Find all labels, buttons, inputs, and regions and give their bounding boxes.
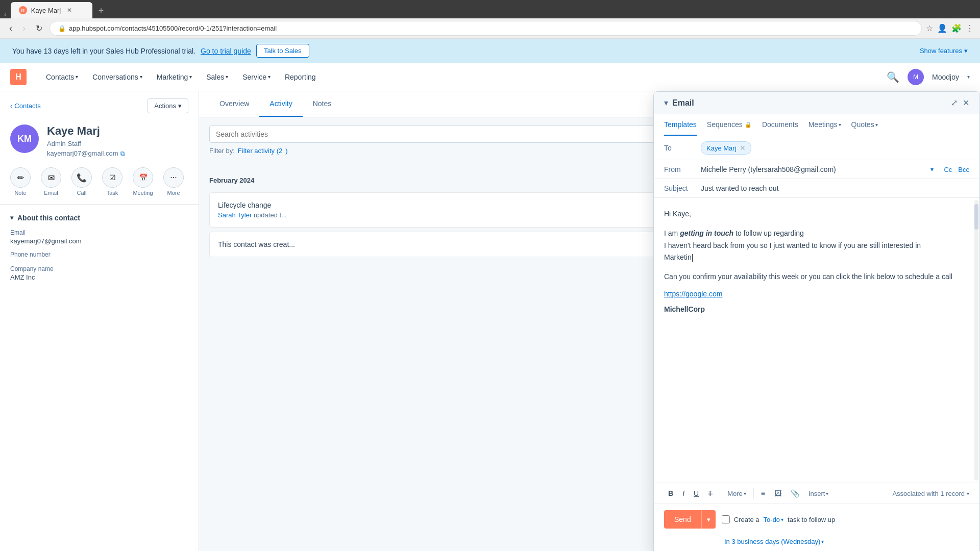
from-edit-arrow-icon[interactable]: ▾ xyxy=(930,166,934,173)
profile-icon[interactable]: 👤 xyxy=(937,23,947,33)
back-to-contacts-button[interactable]: ‹ Contacts xyxy=(10,102,41,110)
tab-documents[interactable]: Documents xyxy=(762,114,798,136)
trial-bar: You have 13 days left in your Sales Hub … xyxy=(0,39,980,63)
email-greeting: Hi Kaye, xyxy=(664,208,969,220)
tab-title: Kaye Marj xyxy=(31,7,61,14)
tab-quotes[interactable]: Quotes ▾ xyxy=(851,114,878,136)
toolbar-more-arrow-icon: ▾ xyxy=(744,491,746,496)
to-recipient-chip[interactable]: Kaye Marj ✕ xyxy=(701,141,751,155)
toolbar-italic-button[interactable]: I xyxy=(678,487,689,499)
subject-value[interactable]: Just wanted to reach out xyxy=(701,184,969,192)
property-company-row: Company name AMZ Inc xyxy=(10,262,188,284)
tab-activity[interactable]: Activity xyxy=(259,91,302,117)
user-avatar[interactable]: M xyxy=(908,69,924,85)
reload-button[interactable]: ↻ xyxy=(33,22,45,34)
tab-templates[interactable]: Templates xyxy=(664,114,697,136)
bcc-button[interactable]: Bcc xyxy=(958,166,969,173)
global-search-button[interactable]: 🔍 xyxy=(887,71,899,83)
toolbar-more-button[interactable]: More ▾ xyxy=(723,488,750,499)
property-phone-label: Phone number xyxy=(10,251,188,258)
email-action[interactable]: ✉ Email xyxy=(41,167,61,196)
cc-button[interactable]: Cc xyxy=(944,166,952,173)
new-tab-button[interactable]: + xyxy=(94,4,108,18)
nav-item-marketing[interactable]: Marketing▾ xyxy=(150,63,199,91)
tab-overview[interactable]: Overview xyxy=(209,91,259,117)
back-label: Contacts xyxy=(14,102,40,110)
back-button[interactable]: ‹ xyxy=(6,22,15,35)
actions-button[interactable]: Actions ▾ xyxy=(148,98,188,113)
sales-arrow-icon: ▾ xyxy=(226,74,228,80)
user-name[interactable]: Moodjoy xyxy=(932,73,959,81)
tab-close-icon[interactable]: ✕ xyxy=(67,7,72,14)
copy-email-icon[interactable]: ⧉ xyxy=(120,150,125,157)
meetings-arrow-icon: ▾ xyxy=(839,122,841,128)
toolbar-attach-button[interactable]: 📎 xyxy=(787,487,803,499)
hubspot-logo[interactable]: H xyxy=(10,69,27,85)
tab-meetings[interactable]: Meetings ▾ xyxy=(808,114,841,136)
property-email-label: Email xyxy=(10,229,188,236)
toolbar-underline-button[interactable]: U xyxy=(690,487,703,499)
associated-with-button[interactable]: Associated with 1 record ▾ xyxy=(892,490,969,497)
email-expand-button[interactable]: ⤢ xyxy=(951,98,958,108)
toolbar-strikethrough-button[interactable]: T̶ xyxy=(704,487,717,499)
subject-label: Subject xyxy=(664,184,695,192)
cursor-indicator xyxy=(692,254,693,262)
browser-tab[interactable]: H Kaye Marj ✕ xyxy=(11,2,92,18)
filter-activity-link[interactable]: Filter activity (2 xyxy=(238,147,282,155)
toolbar-insert-button[interactable]: Insert ▾ xyxy=(804,488,833,499)
templates-tab-label: Templates xyxy=(664,120,697,129)
todo-date-row: In 3 business days (Wednesday) ▾ xyxy=(654,535,979,551)
todo-date-arrow-icon: ▾ xyxy=(821,539,824,544)
meeting-action[interactable]: 📅 Meeting xyxy=(133,167,153,196)
to-field: To Kaye Marj ✕ xyxy=(654,136,979,160)
email-body[interactable]: Hi Kaye, I am getting in touch to follow… xyxy=(654,198,979,483)
todo-date-button[interactable]: In 3 business days (Wednesday) ▾ xyxy=(724,538,824,545)
nav-item-contacts[interactable]: Contacts▾ xyxy=(39,63,85,91)
talk-to-sales-button[interactable]: Talk to Sales xyxy=(256,44,309,58)
todo-prefix: Create a xyxy=(734,516,760,523)
user-menu-arrow-icon[interactable]: ▾ xyxy=(967,74,970,80)
bookmark-icon[interactable]: ☆ xyxy=(926,23,933,33)
todo-type-button[interactable]: To-do ▾ xyxy=(764,516,784,523)
sarah-tyler-link[interactable]: Sarah Tyler xyxy=(218,211,252,219)
to-remove-icon[interactable]: ✕ xyxy=(740,144,746,152)
about-section-header[interactable]: ▾ About this contact xyxy=(10,214,188,222)
email-collapse-icon[interactable]: ▾ xyxy=(664,98,668,108)
send-dropdown-button[interactable]: ▾ xyxy=(701,510,716,529)
show-features-button[interactable]: Show features ▾ xyxy=(920,47,968,55)
extensions-icon[interactable]: 🧩 xyxy=(951,23,962,33)
nav-item-service[interactable]: Service▾ xyxy=(235,63,278,91)
note-action[interactable]: ✏ Note xyxy=(10,167,31,196)
toolbar-bold-button[interactable]: B xyxy=(664,487,677,499)
main-nav: Contacts▾ Conversations▾ Marketing▾ Sale… xyxy=(39,63,323,91)
email-close-button[interactable]: ✕ xyxy=(963,98,969,108)
trial-guide-link[interactable]: Go to trial guide xyxy=(201,47,251,55)
nav-item-sales[interactable]: Sales▾ xyxy=(199,63,235,91)
email-scroll-bar[interactable] xyxy=(974,200,978,481)
send-button[interactable]: Send xyxy=(664,510,701,529)
body-line3: Marketin xyxy=(664,253,692,261)
nav-item-reporting[interactable]: Reporting xyxy=(278,63,323,91)
call-action[interactable]: 📞 Call xyxy=(71,167,92,196)
filter-by-label: Filter by: xyxy=(209,147,235,155)
task-action[interactable]: ☑ Task xyxy=(102,167,122,196)
todo-checkbox[interactable] xyxy=(722,515,730,523)
marketing-arrow-icon: ▾ xyxy=(189,74,192,80)
email-icon: ✉ xyxy=(48,173,55,183)
email-body-link[interactable]: https://google.com xyxy=(664,288,969,300)
note-icon: ✏ xyxy=(17,173,24,183)
tab-notes[interactable]: Notes xyxy=(303,91,342,117)
address-bar[interactable]: 🔒 app.hubspot.com/contacts/45105500/reco… xyxy=(50,21,922,36)
tab-sequences[interactable]: Sequences 🔒 xyxy=(707,114,752,136)
email-toolbar: B I U T̶ More ▾ ≡ 🖼 📎 Insert ▾ Associate… xyxy=(654,483,979,504)
property-company-label: Company name xyxy=(10,265,188,272)
more-action[interactable]: ··· More xyxy=(163,167,184,196)
toolbar-align-button[interactable]: ≡ xyxy=(757,487,769,499)
about-chevron-icon: ▾ xyxy=(10,214,13,221)
menu-icon[interactable]: ⋮ xyxy=(966,23,974,33)
todo-row: Create a To-do ▾ task to follow up xyxy=(722,515,836,523)
nav-item-conversations[interactable]: Conversations▾ xyxy=(85,63,150,91)
toolbar-image-button[interactable]: 🖼 xyxy=(770,487,786,499)
created-header: This contact was creat... xyxy=(218,240,295,248)
app-header: H Contacts▾ Conversations▾ Marketing▾ Sa… xyxy=(0,63,980,91)
